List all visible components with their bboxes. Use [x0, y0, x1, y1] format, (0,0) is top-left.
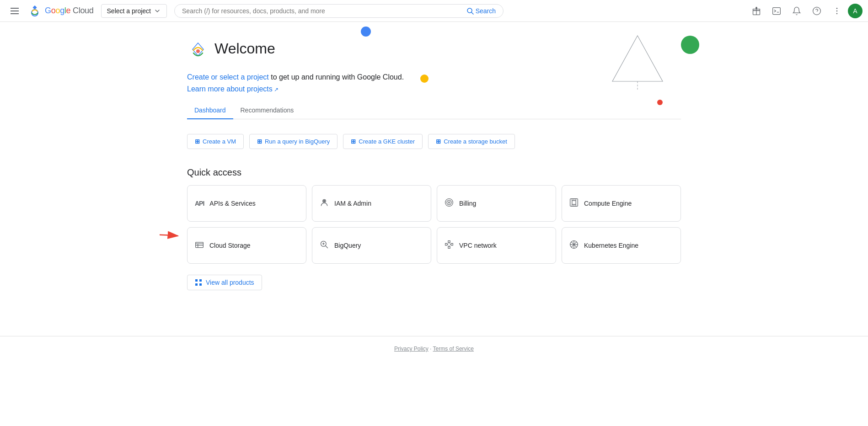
- google-cloud-logo[interactable]: Google Cloud: [27, 4, 94, 18]
- terminal-icon: [772, 6, 781, 16]
- svg-rect-39: [451, 243, 453, 245]
- topbar: Google Cloud Select a project Search: [0, 0, 868, 22]
- svg-point-21: [448, 202, 450, 203]
- quick-access-section: Quick access API APIs & Services IAM & A…: [187, 167, 681, 309]
- grid-icon: [195, 279, 202, 286]
- bigquery-icon: [320, 240, 329, 251]
- svg-rect-40: [448, 240, 450, 242]
- welcome-section: Welcome: [187, 40, 681, 62]
- search-input[interactable]: [182, 7, 463, 15]
- create-vm-button[interactable]: ⊞ Create a VM: [187, 134, 244, 149]
- iam-admin-card[interactable]: IAM & Admin: [312, 185, 431, 222]
- gift-icon: [752, 6, 761, 16]
- svg-point-11: [836, 13, 838, 14]
- project-selector-label: Select a project: [107, 7, 151, 15]
- svg-point-9: [836, 7, 838, 9]
- chevron-down-icon: [154, 7, 161, 15]
- svg-line-35: [326, 245, 328, 248]
- main-content: Welcome Create or select a project to ge…: [160, 22, 708, 336]
- bigquery-card[interactable]: BigQuery: [312, 227, 431, 264]
- svg-rect-23: [572, 201, 576, 204]
- help-button[interactable]: [808, 2, 826, 20]
- help-icon: [812, 6, 821, 16]
- deco-green-dot: [681, 36, 699, 54]
- svg-rect-1: [11, 11, 19, 11]
- svg-point-8: [813, 7, 821, 15]
- create-storage-bucket-button[interactable]: ⊞ Create a storage bucket: [428, 134, 515, 149]
- quick-access-grid: API APIs & Services IAM & Admin: [187, 185, 681, 264]
- welcome-subtitle: Create or select a project to get up and…: [187, 71, 681, 95]
- hamburger-icon: [11, 7, 19, 15]
- topbar-left: Google Cloud Select a project: [5, 2, 167, 20]
- notifications-button[interactable]: [788, 2, 806, 20]
- search-icon: [466, 7, 474, 15]
- svg-point-15: [196, 49, 200, 53]
- terms-of-service-link[interactable]: Terms of Service: [433, 346, 474, 352]
- compute-engine-card[interactable]: Compute Engine: [562, 185, 681, 222]
- avatar[interactable]: A: [848, 4, 863, 18]
- run-bigquery-button[interactable]: ⊞ Run a query in BigQuery: [249, 134, 338, 149]
- project-selector[interactable]: Select a project: [101, 4, 167, 18]
- bell-icon: [792, 6, 801, 16]
- create-select-project-link[interactable]: Create or select a project: [187, 73, 269, 81]
- svg-rect-30: [196, 242, 204, 248]
- cloud-storage-card[interactable]: Cloud Storage: [187, 227, 306, 264]
- compute-engine-icon: [569, 198, 579, 209]
- iam-icon: [320, 198, 329, 209]
- tab-dashboard[interactable]: Dashboard: [187, 102, 233, 119]
- svg-rect-7: [773, 7, 781, 14]
- svg-rect-48: [199, 279, 202, 282]
- create-gke-button[interactable]: ⊞ Create a GKE cluster: [343, 134, 423, 149]
- gift-button[interactable]: [747, 2, 766, 20]
- tab-recommendations[interactable]: Recommendations: [233, 102, 301, 119]
- api-icon: API: [195, 200, 204, 207]
- svg-rect-50: [199, 283, 202, 286]
- svg-point-18: [323, 200, 325, 202]
- svg-point-10: [836, 10, 838, 11]
- cloud-storage-icon: [195, 240, 204, 251]
- search-bar: Search: [174, 4, 504, 18]
- search-button[interactable]: Search: [466, 7, 496, 15]
- svg-point-20: [447, 200, 451, 205]
- apis-services-card[interactable]: API APIs & Services: [187, 185, 306, 222]
- quick-actions: ⊞ Create a VM ⊞ Run a query in BigQuery …: [187, 134, 681, 149]
- vpc-icon: [445, 240, 454, 251]
- svg-point-19: [445, 198, 453, 206]
- tabs: Dashboard Recommendations: [187, 102, 681, 119]
- google-cloud-logo-large: [187, 40, 209, 62]
- quick-access-title: Quick access: [187, 167, 681, 178]
- svg-line-5: [472, 12, 473, 14]
- logo-icon: [27, 4, 42, 18]
- billing-card[interactable]: Billing: [437, 185, 556, 222]
- terminal-button[interactable]: [767, 2, 786, 20]
- billing-icon: [445, 198, 454, 209]
- kubernetes-icon: [569, 240, 579, 251]
- topbar-right: A: [747, 2, 863, 20]
- view-all-products-button[interactable]: View all products: [187, 275, 262, 290]
- svg-rect-47: [195, 279, 198, 282]
- more-options-button[interactable]: [828, 2, 846, 20]
- privacy-policy-link[interactable]: Privacy Policy: [394, 346, 429, 352]
- welcome-title: Welcome: [214, 40, 275, 57]
- svg-rect-38: [445, 243, 447, 245]
- vpc-network-card[interactable]: VPC network: [437, 227, 556, 264]
- svg-rect-41: [448, 246, 450, 248]
- learn-more-link[interactable]: Learn more about projects: [187, 85, 279, 93]
- hamburger-menu-button[interactable]: [5, 2, 24, 20]
- footer: Privacy Policy · Terms of Service: [0, 336, 868, 361]
- svg-rect-2: [11, 13, 19, 14]
- deco-blue-dot: [361, 27, 371, 37]
- kubernetes-engine-card[interactable]: Kubernetes Engine: [562, 227, 681, 264]
- svg-rect-0: [11, 8, 19, 9]
- svg-rect-49: [195, 283, 198, 286]
- more-vert-icon: [832, 6, 841, 16]
